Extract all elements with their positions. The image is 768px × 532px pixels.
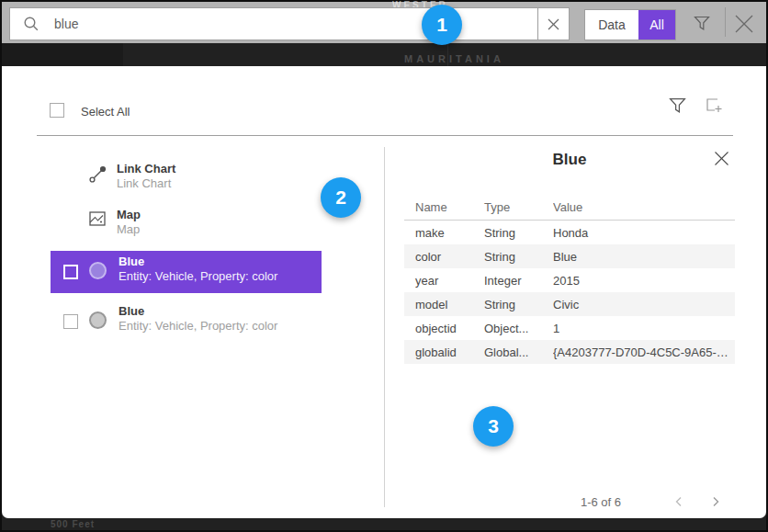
add-to-selection-button[interactable] (704, 96, 724, 116)
cell-name: year (415, 274, 484, 288)
toggle-option-data[interactable]: Data (585, 10, 638, 40)
entity-circle-icon (89, 262, 107, 279)
select-all-checkbox[interactable] (50, 103, 64, 118)
list-item-title: Blue (119, 254, 277, 269)
callout-2: 2 (321, 177, 361, 218)
list-item-subtitle: Map (117, 222, 141, 237)
chevron-right-icon (709, 495, 722, 508)
table-row: model String Civic (404, 292, 735, 316)
column-header-type: Type (484, 200, 553, 214)
map-landmass (2, 43, 123, 67)
toolbar-divider (725, 7, 726, 37)
scope-toggle: Data All (584, 9, 676, 40)
cell-type: Global... (484, 345, 553, 359)
table-row: color String Blue (404, 244, 735, 268)
table-row: year Integer 2015 (404, 268, 735, 292)
entity-circle-icon (89, 311, 107, 329)
cell-name: globalid (415, 345, 484, 359)
map-scale-text: 500 Feet (51, 519, 95, 529)
callout-1: 1 (422, 5, 462, 45)
results-panel: Select All (2, 66, 766, 518)
cell-name: objectid (415, 322, 484, 335)
previous-page-button[interactable] (672, 495, 685, 508)
columns-divider (384, 147, 385, 507)
map-country-label: MAURITANIA (404, 53, 504, 64)
toggle-option-all[interactable]: All (638, 10, 675, 40)
table-header-row: Name Type Value (404, 195, 735, 221)
clear-search-button[interactable] (537, 7, 570, 40)
table-row: globalid Global... {A4203777-D70D-4C5C-9… (404, 340, 735, 364)
close-search-button[interactable] (734, 14, 754, 34)
filter-icon (668, 96, 687, 115)
results-filter-button[interactable] (668, 96, 687, 115)
pagination-range: 1-6 of 6 (581, 495, 621, 509)
list-item-title: Map (117, 207, 141, 222)
header-divider (37, 135, 733, 136)
list-item-subtitle: Link Chart (117, 176, 175, 191)
clear-icon (548, 18, 559, 30)
cell-type: Object... (484, 322, 553, 335)
list-item-subtitle: Entity: Vehicle, Property: color (119, 319, 277, 334)
cell-name: color (415, 250, 484, 264)
table-row: make String Honda (404, 221, 735, 244)
next-page-button[interactable] (709, 495, 722, 508)
item-checkbox[interactable] (63, 314, 78, 329)
app-window: MAURITANIA 500 Feet WESTER Data All (0, 0, 768, 532)
detail-close-button[interactable] (714, 151, 729, 166)
list-item-map[interactable]: Map Map (51, 204, 322, 246)
filter-icon (693, 14, 711, 32)
close-icon (734, 14, 754, 34)
link-chart-icon (87, 163, 109, 185)
add-selection-icon (704, 96, 724, 116)
cell-type: String (484, 226, 553, 240)
cell-type: Integer (484, 274, 553, 288)
table-row: objectid Object... 1 (404, 316, 735, 340)
cell-value: {A4203777-D70D-4C5C-9A65-C... (553, 345, 735, 359)
cell-type: String (484, 298, 553, 311)
search-icon (23, 16, 40, 32)
pagination: 1-6 of 6 (404, 489, 735, 515)
cell-value: 2015 (553, 274, 735, 288)
detail-title: Blue (404, 151, 735, 169)
filter-button[interactable] (693, 14, 711, 32)
search-input[interactable] (54, 17, 537, 31)
close-icon (714, 151, 729, 166)
cell-value: Blue (553, 250, 735, 264)
cell-value: Civic (553, 298, 735, 311)
cell-value: Honda (553, 226, 735, 240)
column-header-value: Value (553, 200, 735, 214)
cell-value: 1 (553, 322, 735, 335)
attribute-table: Name Type Value make String Honda color … (404, 195, 735, 364)
list-item-title: Blue (119, 303, 277, 319)
map-icon (87, 209, 107, 229)
callout-3: 3 (473, 406, 514, 447)
list-item-blue[interactable]: Blue Entity: Vehicle, Property: color (51, 300, 322, 343)
chevron-left-icon (672, 495, 685, 508)
list-item-blue-selected[interactable]: Blue Entity: Vehicle, Property: color (51, 251, 322, 293)
cell-name: model (415, 298, 484, 311)
list-item-link-chart[interactable]: Link Chart Link Chart (51, 158, 322, 200)
cell-type: String (484, 250, 553, 264)
column-header-name: Name (415, 200, 484, 214)
list-item-subtitle: Entity: Vehicle, Property: color (119, 269, 277, 284)
cell-name: make (415, 226, 484, 240)
item-checkbox[interactable] (63, 265, 78, 279)
select-all-label: Select All (81, 105, 130, 119)
list-item-title: Link Chart (117, 161, 175, 176)
